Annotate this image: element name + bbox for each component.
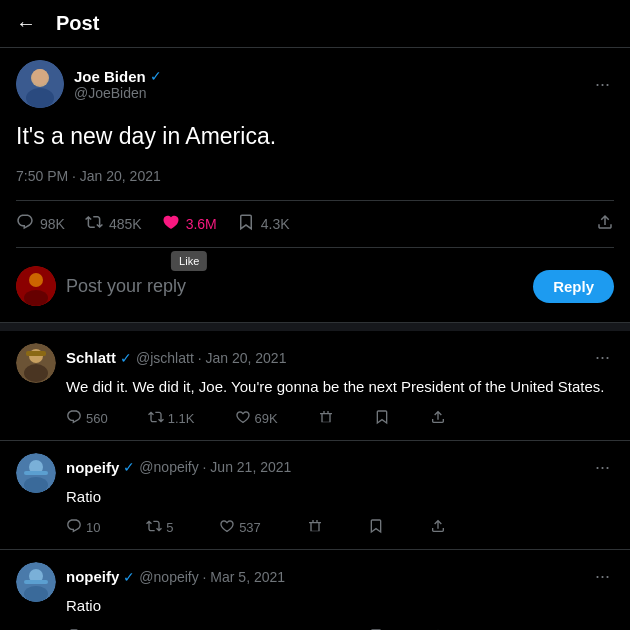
tweet-like-icon [219,518,235,537]
author-name: Joe Biden [74,68,146,85]
tweet-like-count: 537 [239,520,261,535]
tweet-comment-count: 560 [86,411,108,426]
tweet-handle-date: @jschlatt · Jan 20, 2021 [136,350,286,366]
tweet-bookmark-icon [368,518,384,537]
tweets-list: Schlatt ✓ @jschlatt · Jan 20, 2021 ··· W… [0,331,630,630]
tweet-author-name: nopeify [66,459,119,476]
retweet-icon [85,213,103,235]
tweet-retweet-icon [148,409,164,428]
back-button[interactable]: ← [16,12,36,35]
tweet-more-button[interactable]: ··· [591,343,614,372]
tweet-content: Ratio [66,486,614,509]
tweet-content: We did it. We did it, Joe. You're gonna … [66,376,614,399]
reply-button[interactable]: Reply [533,270,614,303]
tweet-share-icon [430,409,446,428]
tweet-retweet-count: 1.1K [168,411,195,426]
comment-count: 98K [40,216,65,232]
main-post: Joe Biden ✓ @JoeBiden ··· It's a new day… [0,48,630,323]
svg-rect-18 [24,580,48,584]
tweet-item: Schlatt ✓ @jschlatt · Jan 20, 2021 ··· W… [0,331,630,441]
bookmark-stat[interactable]: 4.3K [237,213,290,235]
svg-point-5 [29,273,43,287]
reply-input[interactable]: Post your reply [66,276,523,297]
bookmark-count: 4.3K [261,216,290,232]
tweet-verified-icon: ✓ [123,569,135,585]
tweet-more-button[interactable]: ··· [591,562,614,591]
like-count: 3.6M [186,216,217,232]
post-content: It's a new day in America. [16,120,614,152]
like-tooltip: Like [171,251,207,271]
tweet-item: nopeify ✓ @nopeify · Mar 5, 2021 ··· Rat… [0,550,630,630]
tweet-author-name: Schlatt [66,349,116,366]
svg-point-6 [24,290,48,306]
tweet-handle-date: @nopeify · Jun 21, 2021 [139,459,291,475]
tweet-comment-count: 10 [86,520,100,535]
tweet-retweet-icon [146,518,162,537]
svg-point-9 [24,364,48,382]
bookmark-icon [237,213,255,235]
tweet-retweet-action[interactable]: 5 [146,518,173,537]
tweet-verified-icon: ✓ [120,350,132,366]
tweet-actions: 10 5 537 [66,518,446,537]
svg-point-2 [26,88,54,108]
tweet-comment-action[interactable]: 10 [66,518,100,537]
author-handle: @JoeBiden [74,85,162,101]
comment-stat[interactable]: 98K [16,213,65,235]
tweet-share-action[interactable] [430,518,446,537]
tweet-verified-icon: ✓ [123,459,135,475]
post-stats-bar: 98K 485K 3.6M Like 4.3K [16,200,614,248]
tweet-comment-icon [66,518,82,537]
tweet-analytics-action[interactable] [307,518,323,537]
section-divider [0,323,630,331]
share-icon [596,213,614,235]
post-timestamp: 7:50 PM · Jan 20, 2021 [16,168,614,184]
like-icon [162,213,180,235]
comment-icon [16,213,34,235]
tweet-share-action[interactable] [430,409,446,428]
tweet-more-button[interactable]: ··· [591,453,614,482]
tweet-actions: 560 1.1K 69K [66,409,446,428]
tweet-comment-icon [66,409,82,428]
current-user-avatar [16,266,56,306]
tweet-author-name: nopeify [66,568,119,585]
tweet-analytics-icon [318,409,334,428]
more-options-button[interactable]: ··· [591,70,614,99]
tweet-analytics-action[interactable] [318,409,334,428]
retweet-stat[interactable]: 485K [85,213,142,235]
tweet-retweet-action[interactable]: 1.1K [148,409,195,428]
svg-point-13 [24,477,48,493]
tweet-avatar[interactable] [16,343,56,383]
svg-point-3 [32,69,48,85]
svg-rect-14 [24,471,48,475]
tweet-like-action[interactable]: 69K [235,409,278,428]
retweet-count: 485K [109,216,142,232]
tweet-like-count: 69K [255,411,278,426]
like-stat[interactable]: 3.6M Like [162,213,217,235]
tweet-avatar[interactable] [16,562,56,602]
share-stat[interactable] [596,213,614,235]
tweet-content: Ratio [66,595,614,618]
tweet-analytics-icon [307,518,323,537]
tweet-item: nopeify ✓ @nopeify · Jun 21, 2021 ··· Ra… [0,441,630,551]
tweet-like-icon [235,409,251,428]
verified-icon: ✓ [150,68,162,84]
tweet-share-icon [430,518,446,537]
tweet-comment-action[interactable]: 560 [66,409,108,428]
page-title: Post [56,12,99,35]
tweet-like-action[interactable]: 537 [219,518,261,537]
author-avatar[interactable] [16,60,64,108]
tweet-bookmark-icon [374,409,390,428]
reply-area: Post your reply Reply [16,256,614,310]
tweet-bookmark-action[interactable] [374,409,390,428]
tweet-retweet-count: 5 [166,520,173,535]
svg-point-17 [24,586,48,602]
tweet-bookmark-action[interactable] [368,518,384,537]
tweet-avatar[interactable] [16,453,56,493]
header: ← Post [0,0,630,48]
svg-rect-10 [26,351,46,356]
tweet-handle-date: @nopeify · Mar 5, 2021 [139,569,285,585]
